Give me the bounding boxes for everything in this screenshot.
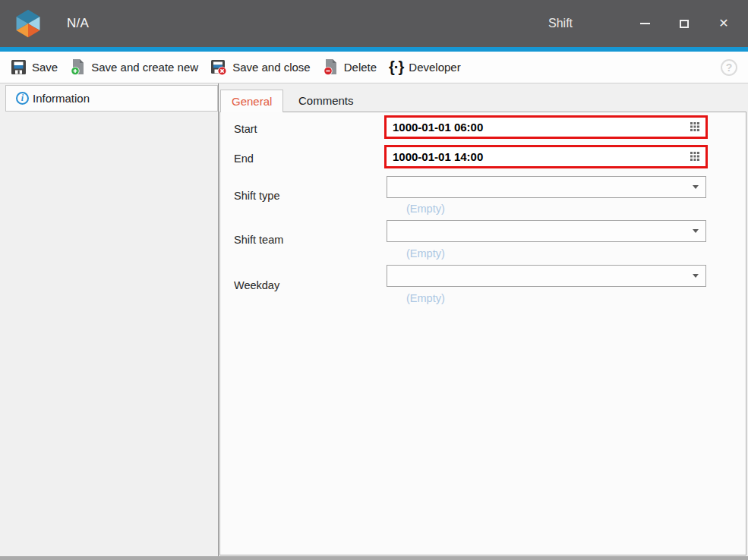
save-label: Save [32,61,58,74]
start-datetime-field[interactable] [384,115,708,139]
weekday-label: Weekday [234,279,279,291]
end-datepicker-grid-icon[interactable] [690,150,699,164]
weekday-empty-hint: (Empty) [406,292,445,304]
shift-type-label: Shift type [234,190,279,202]
minimize-button[interactable] [625,0,664,47]
document-minus-icon [323,58,339,76]
shift-team-empty-hint: (Empty) [406,247,445,260]
tab-general[interactable]: General [220,90,283,112]
app-window: N/A Shift ✕ Save [0,0,748,560]
shift-team-label: Shift team [234,234,283,246]
content-area: i Information General Comments Start [0,83,748,556]
start-label: Start [234,123,257,135]
shift-type-dropdown[interactable] [387,176,706,198]
help-icon[interactable]: ? [721,59,737,76]
maximize-button[interactable] [664,0,704,47]
save-and-create-new-button[interactable]: Save and create new [65,58,203,76]
chevron-down-icon [693,274,699,278]
general-tab-panel: Start End [219,112,746,555]
window-title: N/A [67,16,89,31]
maximize-icon [680,20,689,28]
save-and-create-new-label: Save and create new [91,61,198,74]
save-floppy-icon [11,59,27,75]
window-controls: ✕ [625,0,743,47]
tab-comments[interactable]: Comments [286,90,366,112]
delete-label: Delete [344,61,377,74]
information-label: Information [33,92,90,105]
delete-button[interactable]: Delete [318,58,381,76]
weekday-dropdown[interactable] [387,265,706,287]
document-plus-icon [70,58,86,76]
end-datetime-field[interactable] [384,145,708,168]
save-and-close-button[interactable]: Save and close [206,59,315,76]
end-input[interactable] [393,150,684,163]
developer-label: Developer [409,61,460,74]
developer-braces-icon: {·} [389,58,403,76]
floppy-close-icon [210,59,227,76]
tab-comments-label: Comments [298,94,354,107]
panel-splitter[interactable] [218,83,219,556]
start-input[interactable] [393,121,684,134]
sidebar-item-information[interactable]: i Information [5,85,218,112]
save-button[interactable]: Save [6,59,62,75]
info-icon: i [16,92,29,105]
close-button[interactable]: ✕ [704,0,743,47]
tab-general-label: General [232,95,272,108]
close-icon: ✕ [718,17,728,30]
minimize-icon [640,23,650,24]
chevron-down-icon [693,185,699,189]
entity-title: Shift [548,0,573,47]
start-datepicker-grid-icon[interactable] [690,121,699,134]
save-and-close-label: Save and close [232,61,311,74]
window-bottom-edge [0,556,748,560]
shift-type-empty-hint: (Empty) [406,203,445,215]
end-label: End [234,153,254,165]
toolbar: Save Save and create new [0,52,748,83]
titlebar: N/A Shift ✕ [0,0,748,47]
chevron-down-icon [693,229,699,233]
app-logo-icon [14,8,43,39]
developer-button[interactable]: {·} Developer [384,58,466,76]
shift-team-dropdown[interactable] [387,220,706,242]
